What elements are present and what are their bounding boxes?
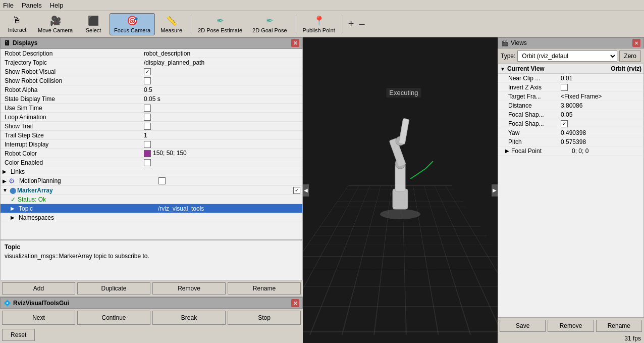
- topic-expand-arrow[interactable]: ▶: [11, 206, 15, 211]
- color-enabled-checkbox[interactable]: [144, 159, 151, 166]
- menu-help[interactable]: Help: [50, 2, 64, 9]
- show-robot-visual-label: Show Robot Visual: [3, 68, 144, 75]
- rename-button[interactable]: Rename: [228, 282, 301, 295]
- links-expand-arrow[interactable]: ▶: [3, 169, 7, 174]
- continue-button[interactable]: Continue: [77, 311, 150, 325]
- interact-button[interactable]: 🖱 Interact: [2, 13, 32, 35]
- focus-camera-button[interactable]: 🎯 Focus Camera: [110, 13, 155, 35]
- display-row-show-robot-visual: Show Robot Visual ✓: [1, 67, 302, 76]
- rviz-panel-close-button[interactable]: ✕: [291, 299, 299, 307]
- collapse-right-button[interactable]: ▶: [492, 184, 498, 197]
- trail-step-size-value: 1: [144, 132, 300, 139]
- collapse-left-button[interactable]: ◀: [303, 184, 309, 197]
- goal-pose-button[interactable]: ✒ 2D Goal Pose: [248, 13, 291, 35]
- topic-label: Topic: [17, 205, 158, 212]
- select-button[interactable]: ⬛ Select: [78, 13, 109, 35]
- remove-button[interactable]: Remove: [152, 282, 226, 295]
- color-enabled-label: Color Enabled: [3, 159, 144, 166]
- pose-estimate-button[interactable]: ✒ 2D Pose Estimate: [193, 13, 247, 35]
- motion-planning-checkbox[interactable]: [158, 177, 166, 184]
- interact-label: Interact: [8, 27, 27, 33]
- toolbar-separator-1: [190, 15, 190, 33]
- focal-shape-checkbox[interactable]: ✓: [561, 120, 568, 127]
- type-select[interactable]: Orbit (rviz_defaul: [517, 51, 617, 62]
- invert-z-checkbox[interactable]: [561, 84, 568, 91]
- add-button[interactable]: Add: [2, 282, 75, 295]
- svg-line-7: [410, 169, 425, 179]
- display-row-links[interactable]: ▶ Links: [1, 167, 302, 176]
- current-view-expand[interactable]: ▼: [500, 66, 505, 72]
- trajectory-topic-value: /display_planned_path: [144, 59, 300, 66]
- interrupt-display-checkbox[interactable]: [144, 141, 151, 148]
- views-remove-button[interactable]: Remove: [548, 320, 594, 332]
- use-sim-time-checkbox[interactable]: [144, 105, 151, 112]
- description-area: Topic visualization_msgs::MarkerArray to…: [0, 240, 303, 280]
- near-clip-value: 0.01: [561, 75, 641, 82]
- invert-z-label: Invert Z Axis: [500, 84, 561, 91]
- display-row-robot-description: Robot Description robot_description: [1, 49, 302, 58]
- displays-close-button[interactable]: ✕: [291, 39, 299, 47]
- svg-rect-1: [393, 189, 408, 209]
- pose-estimate-label: 2D Pose Estimate: [198, 27, 242, 33]
- display-row-robot-alpha: Robot Alpha 0.5: [1, 85, 302, 94]
- viewport[interactable]: Executing ◀ ▶: [303, 37, 498, 343]
- display-row-namespaces[interactable]: ▶ Namespaces: [1, 213, 302, 222]
- views-icon: 🎬: [501, 39, 509, 46]
- executing-label: Executing: [386, 88, 421, 97]
- add-tool-button[interactable]: +: [346, 16, 356, 32]
- marker-array-expand-arrow[interactable]: ▼: [3, 187, 8, 193]
- displays-list[interactable]: Robot Description robot_description Traj…: [0, 48, 303, 240]
- motion-planning-expand-arrow[interactable]: ▶: [3, 178, 7, 184]
- robot-alpha-label: Robot Alpha: [3, 86, 144, 93]
- display-row-topic[interactable]: ▶ Topic /rviz_visual_tools: [1, 204, 302, 213]
- state-display-time-value: 0.05 s: [144, 95, 300, 103]
- menu-panels[interactable]: Panels: [22, 2, 42, 9]
- yaw-label: Yaw: [500, 129, 561, 136]
- remove-tool-button[interactable]: –: [357, 16, 366, 32]
- views-rename-button[interactable]: Rename: [596, 320, 642, 332]
- toolbar: 🖱 Interact 🎥 Move Camera ⬛ Select 🎯 Focu…: [0, 11, 644, 37]
- show-robot-collision-checkbox[interactable]: [144, 77, 151, 84]
- displays-icon: 🖥: [4, 39, 11, 47]
- publish-point-button[interactable]: 📍 Publish Point: [298, 13, 340, 35]
- fps-display: 31 fps: [498, 334, 644, 343]
- marker-array-label: MarkerArray: [17, 187, 53, 194]
- views-close-button[interactable]: ✕: [632, 39, 640, 47]
- svg-point-0: [380, 209, 420, 219]
- reset-row: Reset: [0, 327, 303, 343]
- next-button[interactable]: Next: [2, 311, 75, 325]
- views-row-focal-point: ▶ Focal Point 0; 0; 0: [498, 146, 643, 156]
- robot-description-label: Robot Description: [3, 50, 144, 57]
- marker-array-checkbox[interactable]: ✓: [293, 187, 300, 194]
- goal-pose-label: 2D Goal Pose: [252, 27, 287, 33]
- break-button[interactable]: Break: [152, 311, 226, 325]
- trajectory-topic-label: Trajectory Topic: [3, 59, 144, 66]
- distance-label: Distance: [500, 102, 561, 109]
- display-row-robot-color: Robot Color 150; 50; 150: [1, 149, 302, 158]
- duplicate-button[interactable]: Duplicate: [77, 282, 150, 295]
- robot-visualization: [355, 113, 446, 224]
- move-camera-label: Move Camera: [38, 27, 73, 33]
- zero-button[interactable]: Zero: [619, 51, 641, 62]
- measure-button[interactable]: 📏 Measure: [156, 13, 187, 35]
- stop-button[interactable]: Stop: [228, 311, 301, 325]
- robot-color-swatch[interactable]: [144, 150, 151, 157]
- menu-file[interactable]: File: [3, 2, 14, 9]
- rviz-visual-tools-panel: 💠 RvizVisualToolsGui ✕ Next Continue Bre…: [0, 297, 303, 343]
- display-row-state-display-time: State Display Time 0.05 s: [1, 94, 302, 104]
- show-trail-checkbox[interactable]: [144, 123, 151, 130]
- views-save-button[interactable]: Save: [500, 320, 546, 332]
- robot-description-value: robot_description: [144, 50, 300, 57]
- show-robot-visual-checkbox[interactable]: ✓: [144, 68, 151, 75]
- focal-point-expand[interactable]: ▶: [500, 148, 509, 154]
- loop-animation-checkbox[interactable]: [144, 114, 151, 121]
- reset-button[interactable]: Reset: [2, 329, 35, 341]
- main-area: 🖥 Displays ✕ Robot Description robot_des…: [0, 37, 644, 343]
- marker-array-icon: ⬤: [10, 187, 16, 194]
- pitch-value: 0.575398: [561, 138, 641, 145]
- loop-animation-label: Loop Animation: [3, 114, 144, 121]
- target-frame-label: Target Fra...: [500, 93, 561, 100]
- move-camera-button[interactable]: 🎥 Move Camera: [33, 13, 77, 35]
- namespaces-expand-arrow[interactable]: ▶: [11, 215, 15, 220]
- left-panel: 🖥 Displays ✕ Robot Description robot_des…: [0, 37, 303, 343]
